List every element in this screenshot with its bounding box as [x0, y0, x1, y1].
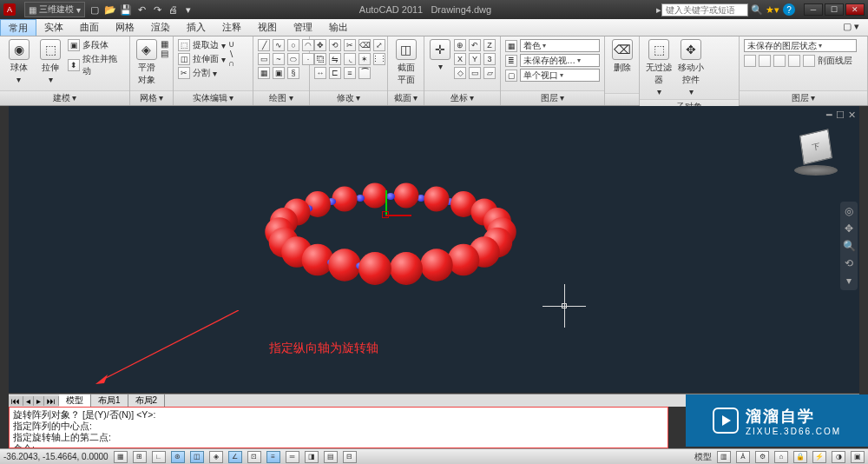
- layer-icon[interactable]: ≣: [505, 55, 517, 67]
- helix-icon[interactable]: §: [287, 67, 299, 79]
- mirror-icon[interactable]: ⇋: [329, 53, 341, 65]
- polar-toggle[interactable]: ⊛: [171, 451, 185, 463]
- layout-quick-icon[interactable]: ▥: [717, 451, 731, 463]
- ucs-prev-icon[interactable]: ↶: [469, 39, 481, 51]
- ws-switch-icon[interactable]: ⌂: [774, 451, 788, 463]
- tab-insert[interactable]: 插入: [179, 19, 214, 36]
- pan-icon[interactable]: ✥: [845, 222, 853, 235]
- ucs-y-icon[interactable]: Y: [469, 53, 481, 65]
- polysolid-button[interactable]: ▣多段体: [68, 39, 125, 51]
- ellipse-icon[interactable]: ⬭: [287, 53, 299, 65]
- swatch-red-icon[interactable]: [759, 55, 771, 67]
- ucs-world-icon[interactable]: ⊕: [454, 39, 466, 51]
- redo-icon[interactable]: ↷: [151, 3, 163, 16]
- 3dosnap-toggle[interactable]: ◈: [209, 451, 223, 463]
- ucs-button[interactable]: ✛▾: [429, 39, 451, 71]
- steering-wheel-icon[interactable]: ◎: [845, 205, 853, 217]
- ucs-z-icon[interactable]: Z: [483, 39, 496, 51]
- scale-icon[interactable]: ⤢: [373, 39, 385, 51]
- section-plane-button[interactable]: ◫截面 平面: [392, 39, 419, 86]
- rect-icon[interactable]: ▭: [258, 53, 270, 65]
- ucs-view-icon[interactable]: ▭: [469, 67, 481, 79]
- lock-ui-icon[interactable]: 🔒: [793, 451, 807, 463]
- trim-icon[interactable]: ✂: [344, 39, 356, 51]
- otrack-toggle[interactable]: ∠: [228, 451, 242, 463]
- ann-scale-icon[interactable]: Å: [736, 451, 750, 463]
- tab-solid[interactable]: 实体: [36, 19, 72, 36]
- extrude-face-button[interactable]: ◫拉伸面▾: [178, 53, 226, 65]
- swatch-green-icon[interactable]: [773, 55, 786, 67]
- sphere-button[interactable]: ◉球体▾: [4, 39, 34, 84]
- save-icon[interactable]: 💾: [120, 3, 132, 16]
- drawing-viewport[interactable]: ━ ☐ ✕ 下 ◎ ✥ 🔍 ⟲ ▾ 指定纵向轴为旋转轴: [9, 106, 859, 393]
- qat-more-icon[interactable]: ▾: [182, 3, 194, 16]
- copy-icon[interactable]: ⿻: [314, 53, 326, 65]
- qp-toggle[interactable]: ▤: [324, 451, 338, 463]
- tab-mesh[interactable]: 网格: [108, 19, 143, 36]
- join-icon[interactable]: ⁀: [358, 67, 371, 79]
- lwt-toggle[interactable]: ═: [286, 451, 299, 463]
- gizmo-button[interactable]: ✥移动小控件▾: [676, 39, 706, 96]
- viewport-icon[interactable]: ▢: [505, 70, 517, 82]
- mesh-less-icon[interactable]: ▤: [161, 49, 168, 58]
- sc-toggle[interactable]: ⊟: [343, 451, 357, 463]
- hw-accel-icon[interactable]: ⚡: [812, 451, 826, 463]
- region-icon[interactable]: ▣: [273, 67, 285, 79]
- viewcube[interactable]: 下: [790, 132, 842, 180]
- split-button[interactable]: ✂分割▾: [178, 67, 226, 79]
- layerstate-big-combo[interactable]: 未保存的图层状态▾: [744, 39, 857, 52]
- tab-home[interactable]: 常用: [0, 19, 36, 36]
- undo-icon[interactable]: ↶: [135, 3, 148, 16]
- array-icon[interactable]: ⋮⋮: [373, 53, 385, 65]
- ucs-face-icon[interactable]: ▱: [483, 67, 496, 79]
- tab-annotate[interactable]: 注释: [214, 19, 250, 36]
- command-window[interactable]: 旋转阵列对象？ [是(Y)/否(N)] <Y>: 指定阵列的中心点: 指定旋转轴…: [9, 407, 668, 448]
- grid-toggle[interactable]: ⊞: [133, 451, 147, 463]
- minimize-button[interactable]: ─: [804, 3, 823, 16]
- align-icon[interactable]: ≡: [344, 67, 356, 79]
- app-logo-icon[interactable]: A: [3, 3, 16, 16]
- tab-next-icon[interactable]: ▸: [34, 396, 44, 406]
- swatch-yellow-icon[interactable]: [744, 55, 756, 67]
- tab-layout1[interactable]: 布局1: [91, 394, 128, 407]
- help-icon[interactable]: ?: [783, 3, 795, 16]
- showhide-icon[interactable]: ▾: [846, 275, 852, 287]
- orbit-icon[interactable]: ⟲: [845, 257, 853, 269]
- close-button[interactable]: ✕: [845, 3, 865, 16]
- union-icon[interactable]: ∪: [228, 39, 234, 49]
- rotate-icon[interactable]: ⟲: [329, 39, 341, 51]
- tab-prev-icon[interactable]: ◂: [23, 396, 34, 406]
- ucs-x-icon[interactable]: X: [454, 53, 466, 65]
- open-icon[interactable]: 📂: [104, 3, 116, 16]
- line-icon[interactable]: ╱: [258, 39, 270, 51]
- mesh-more-icon[interactable]: ▦: [161, 39, 168, 49]
- tab-surface[interactable]: 曲面: [72, 19, 108, 36]
- subtract-icon[interactable]: ∖: [228, 49, 234, 58]
- tab-render[interactable]: 渲染: [143, 19, 179, 36]
- clean-screen-icon[interactable]: ▣: [851, 451, 865, 463]
- viewport-minimize-icon[interactable]: ━: [826, 109, 832, 121]
- viewport-combo[interactable]: 单个视口▾: [520, 69, 600, 82]
- search-icon[interactable]: 🔍: [751, 4, 763, 16]
- explode-icon[interactable]: ✶: [358, 53, 371, 65]
- tpy-toggle[interactable]: ◨: [305, 451, 319, 463]
- tab-last-icon[interactable]: ⏭: [44, 396, 59, 406]
- circle-icon[interactable]: ○: [287, 39, 299, 51]
- ucs-obj-icon[interactable]: ◇: [454, 67, 466, 79]
- tab-output[interactable]: 输出: [321, 19, 357, 36]
- offset-icon[interactable]: ⊏: [329, 67, 341, 79]
- space-label[interactable]: 模型: [694, 451, 712, 463]
- tab-layout2[interactable]: 布局2: [128, 394, 166, 407]
- favorite-icon[interactable]: ★▾: [766, 4, 779, 16]
- layerstate-combo[interactable]: 未保存的视…▾: [520, 54, 600, 67]
- viewcube-face[interactable]: 下: [799, 129, 832, 164]
- tab-model[interactable]: 模型: [59, 394, 91, 407]
- smooth-button[interactable]: ◈平滑 对象: [135, 39, 158, 86]
- ann-vis-icon[interactable]: ⚙: [755, 451, 769, 463]
- isolate-icon[interactable]: ◑: [832, 451, 845, 463]
- erase-icon[interactable]: ⌫: [358, 39, 371, 51]
- osnap-toggle[interactable]: ◫: [190, 451, 204, 463]
- fillet-icon[interactable]: ◟: [344, 53, 356, 65]
- erase-button[interactable]: ⌫删除: [609, 39, 635, 74]
- nofilter-button[interactable]: ⬚无过滤器▾: [644, 39, 674, 96]
